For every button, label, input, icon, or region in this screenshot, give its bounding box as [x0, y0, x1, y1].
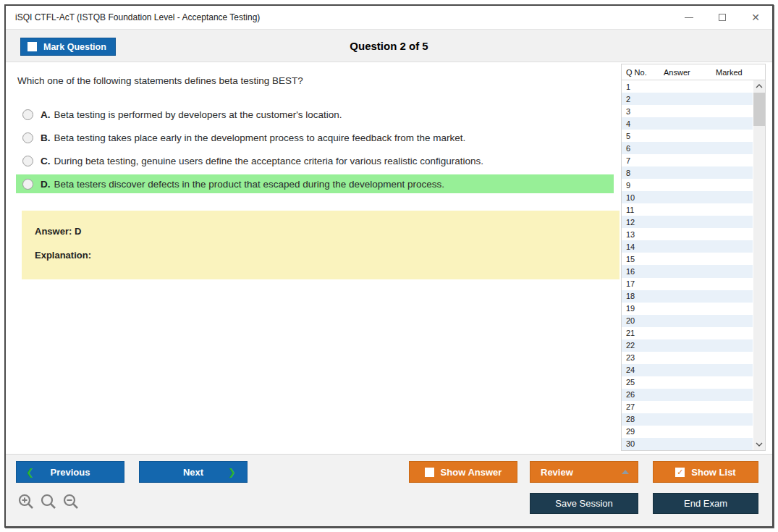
- previous-label: Previous: [51, 467, 90, 478]
- question-list-row[interactable]: 30: [622, 438, 753, 450]
- zoom-out-icon[interactable]: [62, 493, 80, 510]
- zoom-reset-icon[interactable]: [40, 493, 57, 510]
- option-text: Beta testers discover defects in the pro…: [54, 179, 445, 190]
- answer-option[interactable]: A. Beta testing is performed by develope…: [16, 105, 614, 124]
- chevron-right-icon: ❯: [228, 467, 236, 478]
- question-panel: Which one of the following statements de…: [6, 62, 620, 279]
- question-list-row[interactable]: 25: [622, 376, 753, 389]
- radio-icon[interactable]: [22, 109, 33, 120]
- answer-option[interactable]: C. During beta testing, genuine users de…: [16, 151, 614, 170]
- show-answer-checkbox[interactable]: [425, 468, 434, 477]
- save-session-button[interactable]: Save Session: [530, 493, 638, 514]
- minimize-button[interactable]: [672, 6, 706, 29]
- question-list-row[interactable]: 22: [622, 339, 753, 352]
- previous-button[interactable]: ❮ Previous: [16, 461, 124, 483]
- answer-option[interactable]: D. Beta testers discover defects in the …: [16, 174, 614, 193]
- question-number: 26: [626, 390, 635, 399]
- radio-icon[interactable]: [22, 179, 33, 190]
- question-list-row[interactable]: 10: [622, 191, 753, 203]
- question-number: 9: [626, 181, 630, 190]
- next-button[interactable]: Next ❯: [139, 461, 248, 483]
- zoom-in-icon[interactable]: [17, 493, 35, 510]
- mark-question-button[interactable]: Mark Question: [20, 38, 116, 56]
- maximize-button[interactable]: [706, 6, 739, 29]
- mark-question-checkbox[interactable]: [28, 42, 37, 51]
- question-number: 5: [626, 132, 630, 140]
- next-label: Next: [183, 467, 203, 478]
- question-list-row[interactable]: 1: [622, 80, 753, 93]
- show-list-label: Show List: [691, 467, 735, 478]
- question-counter: Question 2 of 5: [350, 40, 428, 52]
- option-letter: A.: [41, 109, 51, 120]
- question-list-row[interactable]: 26: [622, 389, 753, 401]
- question-number: 25: [626, 378, 635, 387]
- header-bar: Mark Question Question 2 of 5: [6, 29, 772, 62]
- show-list-button[interactable]: Show List: [653, 461, 758, 483]
- answer-option[interactable]: B. Beta testing takes place early in the…: [16, 128, 614, 147]
- question-list-row[interactable]: 13: [622, 228, 753, 240]
- maximize-icon: [719, 14, 726, 21]
- question-list-row[interactable]: 9: [622, 179, 753, 191]
- question-list-row[interactable]: 19: [622, 303, 753, 315]
- show-answer-button[interactable]: Show Answer: [409, 461, 517, 483]
- question-number: 3: [626, 107, 630, 116]
- option-letter: D.: [41, 179, 51, 190]
- show-answer-label: Show Answer: [441, 467, 502, 478]
- title-bar: iSQI CTFL-AcT (ISTQB Foundation Level - …: [6, 6, 772, 29]
- question-list-row[interactable]: 15: [622, 253, 753, 265]
- zoom-controls: [17, 493, 80, 510]
- question-list-row[interactable]: 3: [622, 105, 753, 117]
- question-list-row[interactable]: 8: [622, 166, 753, 179]
- question-number: 13: [626, 230, 635, 239]
- question-list-row[interactable]: 16: [622, 265, 753, 277]
- question-number: 24: [626, 366, 635, 374]
- close-button[interactable]: ✕: [739, 6, 772, 29]
- question-list-row[interactable]: 23: [622, 352, 753, 364]
- answer-label: Answer: D: [35, 226, 606, 237]
- question-list-row[interactable]: 24: [622, 364, 753, 376]
- question-list-body: 1234567891011121314151617181920212223242…: [622, 80, 753, 450]
- question-list-body-wrap: 1234567891011121314151617181920212223242…: [622, 80, 765, 450]
- question-list-row[interactable]: 5: [622, 130, 753, 142]
- question-list-row[interactable]: 27: [622, 401, 753, 413]
- question-number: 2: [626, 95, 630, 104]
- option-text: During beta testing, genuine users defin…: [54, 156, 484, 166]
- review-label: Review: [541, 467, 573, 478]
- explanation-label: Explanation:: [35, 250, 606, 261]
- question-list-row[interactable]: 20: [622, 315, 753, 327]
- column-answer: Answer: [664, 68, 716, 77]
- question-list-row[interactable]: 11: [622, 203, 753, 216]
- scrollbar[interactable]: [753, 80, 765, 450]
- question-list-row[interactable]: 18: [622, 290, 753, 303]
- window-controls: ✕: [672, 6, 772, 29]
- review-dropdown[interactable]: Review: [530, 461, 638, 483]
- question-list-row[interactable]: 12: [622, 216, 753, 228]
- question-number: 12: [626, 218, 635, 227]
- question-list-row[interactable]: 2: [622, 93, 753, 105]
- question-list-row[interactable]: 14: [622, 240, 753, 253]
- end-exam-button[interactable]: End Exam: [653, 493, 758, 514]
- question-number: 11: [626, 206, 634, 214]
- question-number: 30: [626, 439, 635, 448]
- show-list-checkbox[interactable]: [675, 468, 685, 477]
- question-list-row[interactable]: 7: [622, 154, 753, 166]
- question-number: 20: [626, 316, 635, 325]
- scroll-up-icon[interactable]: [753, 80, 765, 92]
- question-number: 7: [626, 156, 630, 165]
- minimize-icon: [685, 17, 693, 18]
- question-list-row[interactable]: 28: [622, 413, 753, 426]
- radio-icon[interactable]: [22, 156, 33, 166]
- question-number: 22: [626, 341, 635, 350]
- scrollbar-thumb[interactable]: [753, 93, 765, 126]
- question-list-row[interactable]: 17: [622, 278, 753, 290]
- question-number: 4: [626, 119, 630, 128]
- question-list-row[interactable]: 4: [622, 117, 753, 130]
- question-number: 14: [626, 242, 635, 251]
- question-list-row[interactable]: 21: [622, 327, 753, 339]
- question-number: 17: [626, 279, 635, 288]
- question-list-row[interactable]: 29: [622, 426, 753, 438]
- scroll-down-icon[interactable]: [753, 439, 765, 450]
- radio-icon[interactable]: [22, 132, 33, 143]
- question-number: 29: [626, 427, 635, 436]
- question-list-row[interactable]: 6: [622, 142, 753, 154]
